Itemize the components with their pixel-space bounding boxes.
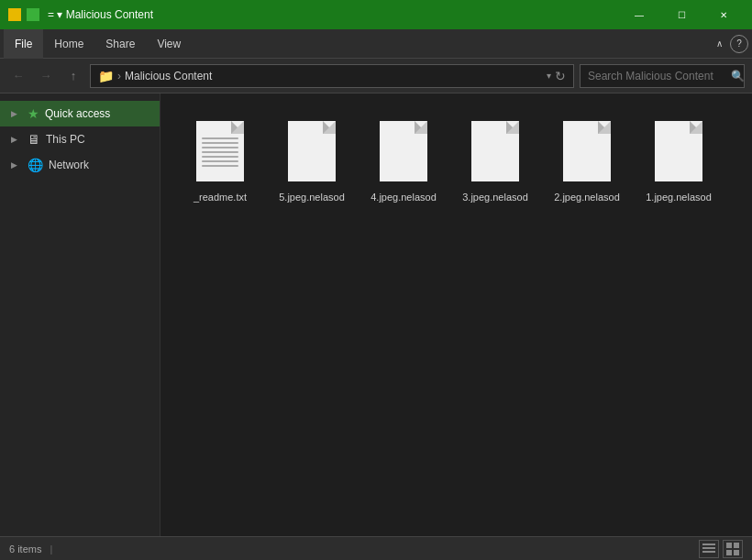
svg-rect-0 [702,544,715,545]
ribbon-tab-share[interactable]: Share [94,29,146,59]
svg-rect-1 [702,547,715,549]
breadcrumb-path: Malicious Content [125,70,212,82]
sidebar-label-network: Network [49,159,89,171]
list-item[interactable]: 3.jpeg.nelasod [454,112,536,209]
back-button[interactable]: ← [7,65,29,87]
sidebar-label-this-pc: This PC [46,133,85,146]
file-icon-wrapper [374,117,433,185]
breadcrumb-down-icon: ▾ [547,71,551,81]
breadcrumb-dropdown[interactable]: ▾ ↻ [547,69,566,83]
large-icons-view-button[interactable] [723,540,743,558]
ribbon-right: ∧ ? [713,35,748,53]
svg-rect-4 [734,543,739,548]
search-box[interactable]: 🔍 [580,64,745,88]
expand-arrow-this-pc: ▶ [11,135,22,144]
list-item[interactable]: 2.jpeg.nelasod [546,112,628,209]
expand-arrow-quick-access: ▶ [11,109,22,118]
folder-icon-green [26,7,40,22]
forward-button[interactable]: → [35,65,57,87]
list-item[interactable]: 1.jpeg.nelasod [637,112,720,209]
ribbon-collapse-button[interactable]: ∧ [713,35,726,52]
file-icon-wrapper [191,117,249,185]
ribbon-tab-home[interactable]: Home [43,29,94,59]
address-bar: ← → ↑ 📁 › Malicious Content ▾ ↻ 🔍 [0,59,752,93]
file-icon-wrapper [282,117,341,185]
file-icon-wrapper [558,117,616,185]
sidebar-item-network[interactable]: ▶ 🌐 Network [0,152,160,178]
generic-file-icon [655,121,702,181]
file-icon-wrapper [466,117,525,185]
sidebar-item-quick-access[interactable]: ▶ ★ Quick access [0,101,160,126]
sidebar-item-this-pc[interactable]: ▶ 🖥 This PC [0,126,160,152]
folder-icon-yellow [7,7,22,22]
generic-file-icon [380,121,427,181]
this-pc-icon: 🖥 [28,132,40,147]
title-bar-icons [7,7,40,22]
search-input[interactable] [588,70,725,82]
ribbon-tab-file[interactable]: File [4,29,43,59]
svg-rect-2 [702,551,715,553]
file-name: 4.jpeg.nelasod [370,191,437,203]
file-name: 1.jpeg.nelasod [646,191,712,203]
close-button[interactable]: ✕ [702,0,745,29]
status-separator: | [50,544,53,555]
list-item[interactable]: 5.jpeg.nelasod [271,112,353,209]
file-name: _readme.txt [194,191,247,203]
svg-rect-5 [726,550,732,555]
ribbon-tab-view[interactable]: View [146,29,192,59]
txt-file-icon [196,121,244,181]
folder-icon: 📁 [98,69,114,83]
file-icon-wrapper [649,117,708,185]
status-item-count: 6 items | [9,544,58,555]
list-view-button[interactable] [699,540,719,558]
file-name: 5.jpeg.nelasod [279,191,345,203]
list-item[interactable]: 4.jpeg.nelasod [362,112,445,209]
svg-rect-6 [734,550,739,555]
status-bar: 6 items | [0,536,752,560]
maximize-button[interactable]: ☐ [660,0,702,29]
generic-file-icon [471,121,519,181]
refresh-icon[interactable]: ↻ [555,69,566,83]
address-path[interactable]: 📁 › Malicious Content ▾ ↻ [90,64,574,88]
status-view-controls [699,540,743,558]
quick-access-icon: ★ [28,106,39,121]
generic-file-icon [288,121,336,181]
up-button[interactable]: ↑ [62,65,84,87]
sidebar: ▶ ★ Quick access ▶ 🖥 This PC ▶ 🌐 Network [0,93,160,536]
file-name: 2.jpeg.nelasod [554,191,620,203]
generic-file-icon [563,121,611,181]
files-grid: _readme.txt 5.jpeg.nelasod 4.jpeg.nelaso… [179,112,734,209]
file-area: _readme.txt 5.jpeg.nelasod 4.jpeg.nelaso… [160,93,752,536]
expand-arrow-network: ▶ [11,160,22,170]
list-item[interactable]: _readme.txt [179,112,261,209]
minimize-button[interactable]: — [618,0,660,29]
title-bar: = ▾ Malicious Content — ☐ ✕ [0,0,752,29]
ribbon: File Home Share View ∧ ? [0,29,752,59]
network-icon: 🌐 [28,158,43,172]
breadcrumb-separator: › [117,70,121,82]
ribbon-help-button[interactable]: ? [730,35,748,53]
window-title: = ▾ Malicious Content [48,8,618,21]
main-area: ▶ ★ Quick access ▶ 🖥 This PC ▶ 🌐 Network [0,93,752,536]
sidebar-label-quick-access: Quick access [45,107,110,120]
file-name: 3.jpeg.nelasod [462,191,528,203]
window-controls: — ☐ ✕ [618,0,745,29]
search-icon: 🔍 [731,70,745,82]
svg-rect-3 [726,543,732,548]
